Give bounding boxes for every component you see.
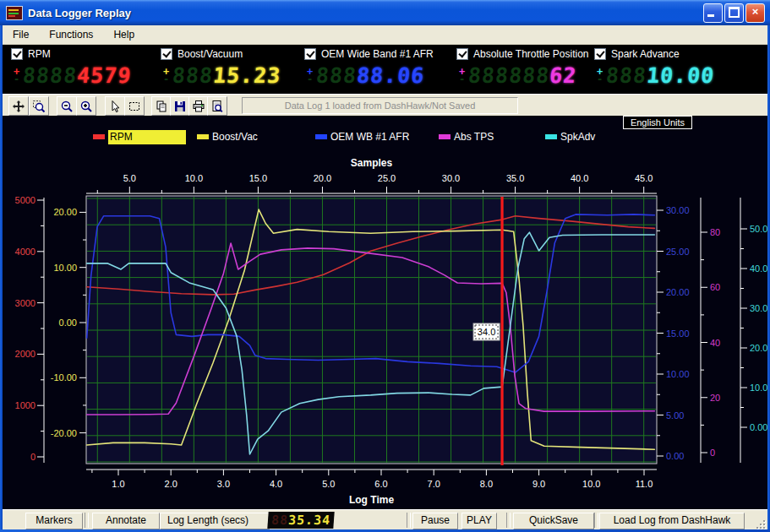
svg-text:3000: 3000 (15, 298, 35, 308)
select-region-button[interactable] (124, 96, 145, 116)
svg-text:10.0: 10.0 (582, 479, 600, 489)
select-region-icon (128, 100, 141, 113)
print-button[interactable] (188, 96, 209, 116)
svg-text:20.0: 20.0 (750, 343, 767, 353)
svg-text:5.00: 5.00 (666, 410, 684, 421)
load-log-button[interactable]: Load Log from DashHawk (599, 513, 745, 529)
svg-text:7.0: 7.0 (428, 479, 440, 489)
svg-text:1.0: 1.0 (112, 479, 124, 489)
svg-text:6.0: 6.0 (374, 479, 387, 489)
svg-text:4.0: 4.0 (270, 479, 282, 489)
channel-checkbox[interactable] (304, 48, 316, 60)
copy-button[interactable] (151, 96, 172, 116)
svg-text:-20.00: -20.00 (51, 428, 77, 438)
svg-text:30.0: 30.0 (750, 303, 767, 313)
units-label: English Units (623, 116, 692, 129)
zoom-in-icon (79, 100, 93, 113)
led-display: +- 88884579 (11, 63, 161, 88)
legend-swatch (439, 134, 451, 139)
legend-label: OEM WB #1 AFR (330, 131, 409, 143)
svg-text:10.0: 10.0 (750, 383, 767, 393)
cursor-button[interactable] (105, 96, 125, 116)
maximize-button[interactable] (724, 3, 744, 23)
svg-text:15.00: 15.00 (666, 328, 690, 339)
save-button[interactable] (170, 96, 190, 116)
led-display: +- 88888.06 (304, 63, 455, 88)
channel-spark-advance: Spark Advance +- 88810.00 (594, 47, 745, 88)
close-button[interactable]: × (745, 3, 765, 23)
toolbar: Data Log 1 loaded from DashHawk/Not Save… (3, 94, 767, 117)
svg-text:10.0: 10.0 (185, 173, 203, 183)
legend-label: Boost/Vac (212, 131, 258, 143)
legend-item-rpm[interactable]: RPM (93, 129, 186, 144)
log-length-display: 8835.34 (267, 512, 335, 529)
led-display: +- 88888862 (456, 63, 607, 88)
svg-text:8.0: 8.0 (480, 479, 493, 489)
svg-text:80: 80 (710, 227, 720, 237)
channel-checkbox[interactable] (161, 48, 172, 60)
svg-text:0.00: 0.00 (750, 422, 767, 432)
legend-swatch (545, 134, 557, 139)
svg-text:20.0: 20.0 (314, 173, 331, 183)
print-icon (192, 100, 205, 113)
channel-label: Absolute Throttle Position (473, 48, 589, 60)
zoom-window-button[interactable] (29, 96, 49, 116)
svg-text:20.00: 20.00 (666, 287, 690, 297)
svg-text:35.0: 35.0 (506, 173, 524, 183)
resize-grip[interactable] (753, 517, 765, 529)
svg-text:40: 40 (710, 338, 720, 348)
svg-text:0: 0 (710, 448, 715, 458)
menu-functions[interactable]: Functions (39, 26, 103, 43)
play-button[interactable]: PLAY (461, 513, 497, 529)
svg-text:5000: 5000 (15, 195, 35, 205)
data-log-chart[interactable]: 5.010.015.020.025.030.035.040.045.0Sampl… (3, 116, 767, 509)
channel-panel: RPM +- 88884579 Boost/Vacuum +- 88815.23… (3, 45, 767, 94)
led-display: +- 88815.23 (161, 63, 311, 88)
markers-button[interactable]: Markers (25, 513, 83, 529)
menu-file[interactable]: File (3, 26, 39, 43)
pan-button[interactable] (8, 96, 29, 116)
channel-label: Boost/Vacuum (177, 48, 243, 60)
svg-text:10.00: 10.00 (666, 369, 690, 379)
legend-label: Abs TPS (454, 131, 494, 143)
channel-checkbox[interactable] (594, 48, 606, 60)
zoom-in-button[interactable] (76, 96, 96, 116)
channel-checkbox[interactable] (456, 48, 468, 60)
svg-text:60: 60 (710, 282, 720, 292)
svg-text:Samples: Samples (351, 157, 393, 169)
title-bar[interactable]: Data Logger Replay × (0, 0, 770, 25)
svg-text:20: 20 (710, 393, 720, 403)
legend-item-abs-tps[interactable]: Abs TPS (439, 129, 494, 144)
svg-text:10.00: 10.00 (53, 263, 77, 273)
cursor-tooltip: 34.0 (473, 323, 500, 340)
svg-text:-10.00: -10.00 (51, 372, 77, 383)
svg-text:0: 0 (30, 452, 35, 462)
copy-icon (155, 100, 168, 113)
svg-text:2.0: 2.0 (165, 479, 177, 489)
annotate-button[interactable]: Annotate (92, 513, 160, 529)
channel-checkbox[interactable] (11, 48, 23, 60)
svg-text:40.0: 40.0 (571, 173, 588, 183)
menu-help[interactable]: Help (103, 26, 145, 43)
led-display: +- 88810.00 (594, 63, 745, 88)
legend-item-spkadv[interactable]: SpkAdv (545, 129, 595, 144)
minimize-button[interactable] (703, 3, 723, 23)
menu-bar: File Functions Help (3, 25, 767, 45)
legend-item-boost-vac[interactable]: Boost/Vac (197, 129, 258, 144)
quicksave-button[interactable]: QuickSave (513, 513, 594, 529)
pan-icon (12, 100, 25, 113)
legend-label: RPM (108, 130, 186, 144)
legend-label: SpkAdv (560, 131, 595, 143)
svg-text:40.0: 40.0 (750, 263, 767, 274)
pause-button[interactable]: Pause (412, 513, 458, 529)
channel-label: OEM Wide Band #1 AFR (321, 48, 434, 60)
legend-item-oem-wb-1-afr[interactable]: OEM WB #1 AFR (315, 129, 409, 144)
svg-text:25.00: 25.00 (666, 247, 690, 257)
chart-region: 5.010.015.020.025.030.035.040.045.0Sampl… (3, 116, 767, 509)
print-preview-icon (210, 100, 224, 113)
channel-absolute-throttle-position: Absolute Throttle Position +- 88888862 (456, 47, 607, 88)
svg-text:11.0: 11.0 (636, 479, 653, 489)
zoom-out-button[interactable] (57, 96, 77, 116)
print-preview-button[interactable] (207, 96, 227, 116)
window-title: Data Logger Replay (28, 7, 131, 19)
